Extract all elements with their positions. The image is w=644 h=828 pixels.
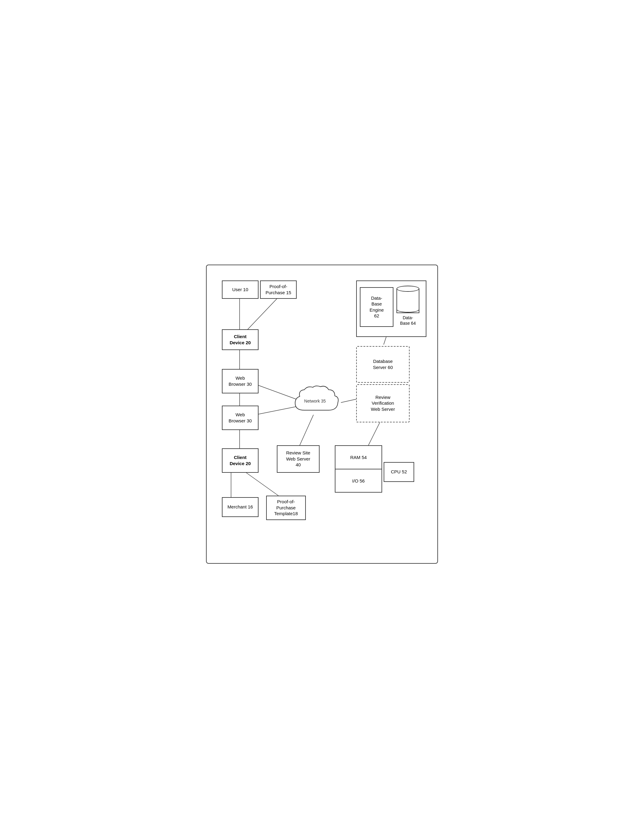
ram-io-box: RAM 54 I/O 56 (335, 445, 382, 492)
proof-of-purchase-15-node: Proof-of-Purchase 15 (260, 281, 297, 299)
io-56-section: I/O 56 (335, 469, 382, 492)
database-engine-outer-node: Data-BaseEngine62 Data-Base 64 (356, 281, 426, 337)
client-device-20-top-label: ClientDevice 20 (230, 334, 251, 345)
svg-line-7 (300, 415, 313, 445)
network-35-node: Network 35 (289, 384, 341, 418)
merchant-16-label: Merchant 16 (227, 504, 253, 510)
client-device-20-bottom-node: ClientDevice 20 (222, 448, 259, 473)
proof-of-purchase-template18-node: Proof-of-PurchaseTemplate18 (266, 496, 306, 520)
review-verification-web-server-node: ReviewVerificationWeb Server (356, 384, 410, 422)
web-browser-30-bottom-node: WebBrowser 30 (222, 406, 259, 430)
svg-line-1 (246, 299, 277, 331)
database-engine-62-node: Data-BaseEngine62 (360, 287, 393, 327)
proof-of-purchase-15-label: Proof-of-Purchase 15 (266, 284, 291, 295)
svg-text:Network 35: Network 35 (304, 398, 326, 403)
database-engine-62-label: Data-BaseEngine62 (370, 295, 384, 319)
review-site-web-server-40-label: Review SiteWeb Server40 (286, 450, 310, 468)
proof-of-purchase-template18-label: Proof-of-PurchaseTemplate18 (274, 499, 298, 517)
database-server-60-node: DatabaseServer 60 (356, 346, 410, 383)
merchant-16-node: Merchant 16 (222, 497, 259, 517)
user-10-node: User 10 (222, 281, 259, 299)
io-56-label: I/O 56 (352, 478, 365, 483)
ram-54-section: RAM 54 (335, 446, 382, 469)
user-10-label: User 10 (232, 287, 248, 293)
cpu-52-node: CPU 52 (384, 462, 414, 482)
svg-line-13 (246, 473, 278, 496)
review-site-web-server-40-node: Review SiteWeb Server40 (277, 445, 320, 473)
client-device-20-top-node: ClientDevice 20 (222, 329, 259, 350)
database-server-60-label: DatabaseServer 60 (373, 358, 393, 370)
review-verification-web-server-label: ReviewVerificationWeb Server (371, 394, 395, 412)
diagram-container: User 10 Proof-of-Purchase 15 ClientDevic… (206, 265, 438, 564)
ram-54-label: RAM 54 (350, 455, 367, 460)
web-browser-30-top-label: WebBrowser 30 (229, 375, 252, 387)
web-browser-30-top-node: WebBrowser 30 (222, 369, 259, 394)
web-browser-30-bottom-label: WebBrowser 30 (229, 412, 252, 423)
client-device-20-bottom-label: ClientDevice 20 (230, 455, 251, 466)
cpu-52-label: CPU 52 (391, 469, 407, 475)
